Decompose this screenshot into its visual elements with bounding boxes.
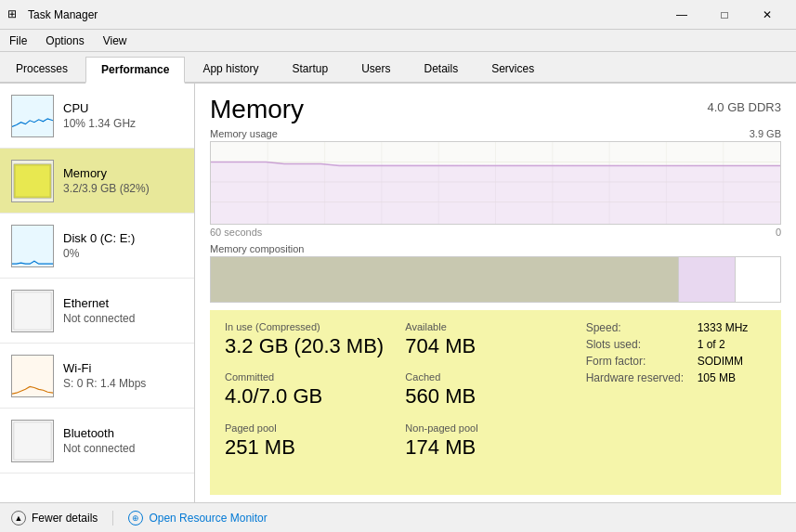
composition-label-text: Memory composition (210, 243, 304, 254)
cached-label: Cached (405, 371, 585, 383)
panel-title-text: Memory (210, 95, 304, 124)
paged-pool-label: Paged pool (225, 422, 405, 434)
stat-cached: Cached 560 MB (405, 371, 585, 420)
memory-composition-chart (210, 256, 781, 303)
tab-performance[interactable]: Performance (85, 57, 185, 84)
svg-rect-2 (14, 292, 51, 329)
cached-value: 560 MB (405, 384, 585, 409)
menu-bar: File Options View (0, 30, 796, 52)
tab-services[interactable]: Services (476, 56, 550, 82)
ethernet-name: Ethernet (63, 296, 183, 310)
close-button[interactable]: ✕ (746, 0, 789, 30)
sidebar: CPU 10% 1.34 GHz Memory 3.2/3.9 GB (82%) (0, 84, 195, 502)
tab-processes[interactable]: Processes (0, 56, 84, 82)
time-end: 0 (776, 227, 781, 238)
title-bar-controls: — □ ✕ (660, 0, 789, 30)
cpu-mini-graph (11, 95, 54, 137)
svg-rect-3 (14, 422, 51, 459)
comp-free (735, 257, 780, 302)
disk-value: 0% (63, 247, 183, 260)
available-label: Available (405, 321, 585, 332)
usage-label-text: Memory usage (210, 128, 278, 139)
memory-name: Memory (63, 166, 183, 180)
hw-reserved-label: Hardware reserved: (586, 371, 698, 384)
svg-rect-1 (16, 165, 49, 196)
tab-users[interactable]: Users (346, 56, 406, 82)
sidebar-item-cpu[interactable]: CPU 10% 1.34 GHz (0, 84, 194, 149)
memory-usage-section: Memory usage 3.9 GB (195, 128, 796, 243)
panel-subtitle: 4.0 GB DDR3 (708, 100, 781, 114)
sidebar-item-disk[interactable]: Disk 0 (C: E:) 0% (0, 214, 194, 279)
hw-reserved-value: 105 MB (698, 371, 736, 384)
menu-options[interactable]: Options (36, 31, 93, 51)
fewer-details-button[interactable]: ▲ Fewer details (11, 511, 98, 526)
cpu-info: CPU 10% 1.34 GHz (63, 101, 183, 130)
sidebar-item-memory[interactable]: Memory 3.2/3.9 GB (82%) (0, 149, 194, 214)
sidebar-item-bluetooth[interactable]: Bluetooth Not connected (0, 409, 194, 474)
slots-row: Slots used: 1 of 2 (586, 338, 766, 351)
tab-details[interactable]: Details (408, 56, 474, 82)
menu-file[interactable]: File (0, 31, 36, 51)
stat-committed: Committed 4.0/7.0 GB (225, 371, 405, 420)
disk-info: Disk 0 (C: E:) 0% (63, 231, 183, 260)
wifi-value: S: 0 R: 1.4 Mbps (63, 377, 183, 390)
sidebar-item-wifi[interactable]: Wi-Fi S: 0 R: 1.4 Mbps (0, 344, 194, 409)
speed-label: Speed: (586, 321, 698, 334)
memory-info: Memory 3.2/3.9 GB (82%) (63, 166, 183, 195)
time-start: 60 seconds (210, 227, 262, 238)
speed-info: Speed: 1333 MHz Slots used: 1 of 2 Form … (586, 321, 766, 484)
non-paged-pool-label: Non-paged pool (405, 422, 585, 434)
ethernet-info: Ethernet Not connected (63, 296, 183, 325)
form-factor-value: SODIMM (698, 355, 743, 368)
main-content: CPU 10% 1.34 GHz Memory 3.2/3.9 GB (82%) (0, 84, 796, 502)
form-factor-row: Form factor: SODIMM (586, 355, 766, 368)
paged-pool-value: 251 MB (225, 435, 405, 460)
sidebar-item-ethernet[interactable]: Ethernet Not connected (0, 279, 194, 344)
bottom-bar: ▲ Fewer details ⊕ Open Resource Monitor (0, 502, 796, 532)
tab-app-history[interactable]: App history (187, 56, 274, 82)
disk-mini-graph (11, 225, 54, 267)
title-bar-text: Task Manager (28, 8, 660, 21)
time-label: 60 seconds 0 (210, 227, 781, 238)
panel-title: Memory (210, 95, 304, 124)
disk-name: Disk 0 (C: E:) (63, 231, 183, 245)
bluetooth-info: Bluetooth Not connected (63, 426, 183, 455)
maximize-button[interactable]: □ (703, 0, 746, 30)
stats-panel: In use (Compressed) 3.2 GB (20.3 MB) Ava… (210, 310, 781, 495)
bluetooth-name: Bluetooth (63, 426, 183, 440)
bluetooth-value: Not connected (63, 442, 183, 455)
comp-in-use (211, 257, 678, 302)
minimize-button[interactable]: — (660, 0, 703, 30)
non-paged-pool-value: 174 MB (405, 435, 585, 460)
usage-chart-label: Memory usage 3.9 GB (210, 128, 781, 139)
stat-in-use: In use (Compressed) 3.2 GB (20.3 MB) (225, 321, 405, 370)
fewer-details-icon: ▲ (11, 511, 26, 526)
tab-bar: Processes Performance App history Startu… (0, 52, 796, 84)
form-factor-label: Form factor: (586, 355, 698, 368)
bottom-divider (112, 511, 113, 526)
right-panel: Memory 4.0 GB DDR3 Memory usage 3.9 GB (195, 84, 796, 502)
open-resource-monitor-button[interactable]: ⊕ Open Resource Monitor (128, 511, 267, 526)
committed-value: 4.0/7.0 GB (225, 384, 405, 409)
cpu-name: CPU (63, 101, 183, 115)
speed-row: Speed: 1333 MHz (586, 321, 766, 334)
memory-value: 3.2/3.9 GB (82%) (63, 182, 183, 195)
hw-reserved-row: Hardware reserved: 105 MB (586, 371, 766, 384)
stat-available: Available 704 MB (405, 321, 585, 370)
svg-marker-16 (211, 162, 780, 224)
app-icon: ⊞ (7, 7, 22, 22)
title-bar: ⊞ Task Manager — □ ✕ (0, 0, 796, 30)
in-use-label: In use (Compressed) (225, 321, 405, 332)
stat-non-paged-pool: Non-paged pool 174 MB (405, 422, 585, 471)
tab-startup[interactable]: Startup (276, 56, 344, 82)
wifi-mini-graph (11, 355, 54, 397)
committed-label: Committed (225, 371, 405, 383)
ethernet-mini-graph (11, 290, 54, 332)
usage-max-value: 3.9 GB (750, 128, 781, 139)
bluetooth-mini-graph (11, 420, 54, 462)
panel-header: Memory 4.0 GB DDR3 (195, 84, 796, 128)
slots-label: Slots used: (586, 338, 698, 351)
memory-composition-section: Memory composition (195, 243, 796, 303)
menu-view[interactable]: View (94, 31, 137, 51)
slots-value: 1 of 2 (698, 338, 725, 351)
